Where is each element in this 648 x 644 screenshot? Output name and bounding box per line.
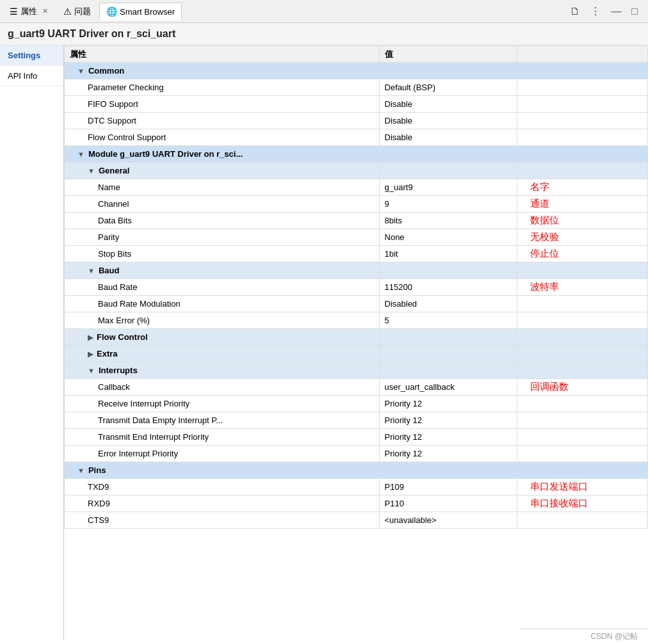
property-cell: ▼ Baud [65, 262, 380, 279]
content-area[interactable]: 属性 值 ▼ CommonParameter CheckingDefault (… [64, 45, 648, 641]
table-row[interactable]: Baud Rate115200波特率 [65, 279, 648, 296]
value-cell [379, 262, 517, 279]
value-cell [379, 329, 517, 346]
tab-problems[interactable]: ⚠ 问题 [56, 3, 98, 20]
property-cell: Data Bits [65, 213, 380, 229]
table-row[interactable]: Callbackuser_uart_callback回调函数 [65, 379, 648, 396]
table-row[interactable]: Data Bits8bits数据位 [65, 213, 648, 229]
table-row[interactable]: Parameter CheckingDefault (BSP) [65, 79, 648, 96]
collapse-arrow[interactable]: ▼ [88, 167, 97, 175]
annotation-cell [517, 129, 648, 146]
value-cell [379, 63, 517, 79]
property-cell: ▼ Common [65, 63, 380, 79]
table-row[interactable]: TXD9P109串口发送端口 [65, 479, 648, 495]
annotation-cell: 回调函数 [517, 379, 648, 396]
table-row[interactable]: Max Error (%)5 [65, 312, 648, 329]
table-row[interactable]: Receive Interrupt PriorityPriority 12 [65, 396, 648, 412]
property-cell: Flow Control Support [65, 129, 380, 146]
tab-smartbrowser-label: Smart Browser [120, 7, 175, 17]
value-cell: Disable [379, 113, 517, 129]
collapse-arrow[interactable]: ▶ [88, 334, 95, 341]
table-row[interactable]: FIFO SupportDisable [65, 96, 648, 113]
table-row[interactable]: RXD9P110串口接收端口 [65, 495, 648, 512]
toolbar-right: 🗋 ⋮ — □ [567, 4, 645, 19]
new-window-button[interactable]: 🗋 [567, 4, 583, 19]
value-cell: 1bit [379, 246, 517, 262]
value-cell: Priority 12 [379, 429, 517, 446]
property-cell: Parity [65, 229, 380, 246]
value-cell: <unavailable> [379, 512, 517, 529]
annotation-cell [517, 446, 648, 462]
collapse-arrow[interactable]: ▼ [77, 467, 86, 474]
table-row[interactable]: ▼ Interrupts [65, 362, 648, 379]
property-cell: RXD9 [65, 495, 380, 512]
collapse-arrow[interactable]: ▼ [88, 267, 97, 275]
table-row[interactable]: ParityNone无校验 [65, 229, 648, 246]
table-row[interactable]: Stop Bits1bit停止位 [65, 246, 648, 262]
annotation-cell: 停止位 [517, 246, 648, 262]
sidebar-item-apiinfo[interactable]: API Info [0, 66, 63, 86]
collapse-arrow[interactable]: ▼ [88, 367, 97, 374]
col-property-header: 属性 [65, 46, 380, 63]
annotation-cell [517, 346, 648, 362]
value-cell [379, 146, 517, 163]
value-cell: P109 [379, 479, 517, 495]
table-row[interactable]: Transmit End Interrupt PriorityPriority … [65, 429, 648, 446]
table-row[interactable]: Baud Rate ModulationDisabled [65, 296, 648, 312]
more-options-button[interactable]: ⋮ [588, 4, 603, 19]
property-cell: Error Interrupt Priority [65, 446, 380, 462]
table-row[interactable]: ▼ Baud [65, 262, 648, 279]
property-cell: Stop Bits [65, 246, 380, 262]
table-row[interactable]: Flow Control SupportDisable [65, 129, 648, 146]
minimize-button[interactable]: — [608, 4, 624, 19]
property-cell: Parameter Checking [65, 79, 380, 96]
annotation-cell [517, 462, 648, 479]
property-cell: ▼ Interrupts [65, 362, 380, 379]
table-row[interactable]: ▶ Flow Control [65, 329, 648, 346]
table-row[interactable]: CTS9<unavailable> [65, 512, 648, 529]
property-cell: ▶ Flow Control [65, 329, 380, 346]
value-cell: 8bits [379, 213, 517, 229]
sidebar-item-settings[interactable]: Settings [0, 45, 63, 66]
table-row[interactable]: ▼ General [65, 163, 648, 179]
annotation-cell: 通道 [517, 196, 648, 213]
table-row[interactable]: ▼ Common [65, 63, 648, 79]
value-cell: Disable [379, 96, 517, 113]
annotation-cell [517, 512, 648, 529]
table-row[interactable]: Nameg_uart9名字 [65, 179, 648, 196]
property-table: 属性 值 ▼ CommonParameter CheckingDefault (… [64, 45, 648, 529]
table-row[interactable]: ▼ Pins [65, 462, 648, 479]
tab-smartbrowser[interactable]: 🌐 Smart Browser [99, 3, 182, 20]
collapse-arrow[interactable]: ▼ [77, 150, 86, 158]
maximize-button[interactable]: □ [629, 4, 640, 19]
sidebar: Settings API Info [0, 45, 64, 641]
properties-icon: ☰ [10, 6, 18, 17]
annotation-cell [517, 262, 648, 279]
table-row[interactable]: Error Interrupt PriorityPriority 12 [65, 446, 648, 462]
property-cell: Callback [65, 379, 380, 396]
property-cell: ▼ Module g_uart9 UART Driver on r_sci... [65, 146, 380, 163]
table-row[interactable]: Channel9通道 [65, 196, 648, 213]
property-cell: FIFO Support [65, 96, 380, 113]
collapse-arrow[interactable]: ▼ [77, 67, 86, 75]
property-cell: ▼ General [65, 163, 380, 179]
value-cell: None [379, 229, 517, 246]
tab-properties-label: 属性 [20, 6, 37, 17]
value-cell [379, 362, 517, 379]
value-cell: Disable [379, 129, 517, 146]
value-cell: g_uart9 [379, 179, 517, 196]
value-cell [379, 346, 517, 362]
tab-properties-close[interactable]: ✕ [42, 7, 48, 15]
table-row[interactable]: DTC SupportDisable [65, 113, 648, 129]
annotation-cell: 无校验 [517, 229, 648, 246]
annotation-cell: 波特率 [517, 279, 648, 296]
tab-properties[interactable]: ☰ 属性 ✕ [3, 3, 55, 20]
table-row[interactable]: ▶ Extra [65, 346, 648, 362]
value-cell: Disabled [379, 296, 517, 312]
annotation-cell [517, 63, 648, 79]
annotation-cell: 数据位 [517, 213, 648, 229]
table-row[interactable]: ▼ Module g_uart9 UART Driver on r_sci... [65, 146, 648, 163]
table-row[interactable]: Transmit Data Empty Interrupt P...Priori… [65, 412, 648, 429]
collapse-arrow[interactable]: ▶ [88, 350, 95, 358]
annotation-cell [517, 96, 648, 113]
